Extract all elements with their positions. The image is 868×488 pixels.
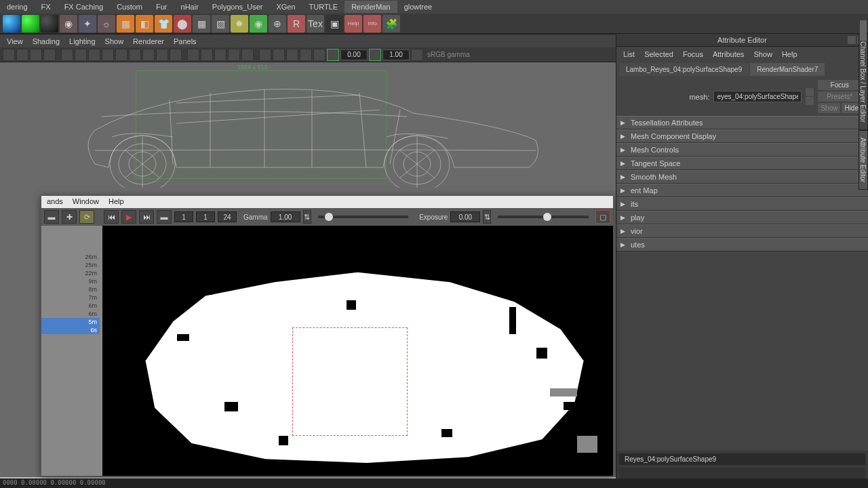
vp-menu-view[interactable]: View [7,37,23,45]
vp-tool-icon[interactable] [61,49,73,61]
vp-tool-icon[interactable] [170,49,182,61]
vp-menu-show[interactable]: Show [105,37,124,45]
vp-tool-icon[interactable] [286,49,298,61]
tool-icon[interactable]: ✦ [79,15,96,33]
presets-button[interactable]: Presets* [818,92,861,102]
playback-play-icon[interactable]: ▶ [121,210,136,224]
attr-section[interactable]: ▶Smooth Mesh [616,170,868,184]
vp-tool-icon[interactable] [313,49,326,61]
vp-tool-icon[interactable] [156,49,168,61]
attr-menu-help[interactable]: Help [782,50,797,58]
attr-section[interactable]: ▶vior [616,224,868,238]
vp-tool-icon[interactable] [214,49,226,61]
vp-tool-icon[interactable] [201,49,213,61]
shelf-tab-fx[interactable]: FX [35,1,58,13]
attr-section[interactable]: ▶Tessellation Attributes [616,116,868,129]
vp-tool-icon[interactable] [115,49,127,61]
tool-icon[interactable]: 👕 [155,15,172,33]
vp-tool-icon[interactable] [369,49,381,61]
stop-button[interactable]: ▬ [157,210,172,224]
render-history-item[interactable]: 6s [41,326,100,334]
tool-icon[interactable]: ◉ [60,15,77,33]
vp-tool-icon[interactable] [88,49,100,61]
vp-num2[interactable] [382,49,410,60]
vp-tool-icon[interactable] [241,49,254,61]
shelf-tab-polygons_user[interactable]: Polygons_User [205,1,270,13]
refresh-button[interactable]: ⟳ [79,210,94,224]
render-history-item[interactable]: 9m [41,277,100,285]
render-history-item[interactable]: 6m [41,310,100,318]
vp-menu-panels[interactable]: Panels [174,37,197,45]
gamma-stepper[interactable]: ⇅ [303,210,311,224]
attr-tab[interactable]: Lambo_Reyes_04:polySurfaceShape9 [619,63,749,76]
tool-icon[interactable]: ✹ [231,15,248,33]
render-history-item[interactable]: 5m [41,318,100,326]
shelf-tab-custom[interactable]: Custom [110,1,149,13]
crop-region[interactable] [292,327,408,436]
vp-tool-icon[interactable] [30,49,42,61]
shelf-tab-glowtree[interactable]: glowtree [397,1,439,13]
shelf-tab-dering[interactable]: dering [0,1,35,13]
attr-section[interactable]: ▶Tangent Space [616,157,868,170]
exposure-stepper[interactable]: ⇅ [483,210,491,224]
tool-icon[interactable]: ▧ [212,15,229,33]
shader-blue-icon[interactable] [3,15,20,33]
shelf-tab-fur[interactable]: Fur [149,1,174,13]
attr-menu-attributes[interactable]: Attributes [713,50,744,58]
gamma-slider[interactable] [318,216,409,218]
vp-num1[interactable] [340,49,368,60]
vp-tool-icon[interactable] [3,49,15,61]
side-tab[interactable]: Attribute Editor [859,130,868,190]
tool-icon[interactable]: ▦ [193,15,210,33]
side-tab[interactable]: Channel Box / Layer Editor [859,34,868,130]
vp-tool-icon[interactable] [16,49,28,61]
tool-icon[interactable]: ▣ [326,15,343,33]
frame-start[interactable] [174,211,193,222]
rw-menu-ands[interactable]: ands [47,197,63,207]
nav-down-icon[interactable] [806,97,814,105]
playback-last-icon[interactable]: ⏭ [139,210,154,224]
tool-icon[interactable]: Info [363,15,381,33]
gamma-value[interactable] [271,211,300,222]
frame-current[interactable] [196,211,215,222]
mesh-name-field[interactable] [713,91,802,102]
attr-section[interactable]: ▶Mesh Controls [616,143,868,157]
render-history-item[interactable]: 7m [41,293,100,302]
tool-icon[interactable]: ☼ [98,15,115,33]
attr-menu-show[interactable]: Show [753,50,772,58]
tool-icon[interactable]: ◉ [250,15,267,33]
vp-tool-icon[interactable] [273,49,285,61]
shelf-tab-renderman[interactable]: RenderMan [344,1,397,13]
shelf-tab-nhair[interactable]: nHair [174,1,205,13]
shader-dark-icon[interactable] [41,15,58,33]
crop-button[interactable]: ▢ [595,210,610,224]
attr-section[interactable]: ▶its [616,197,868,211]
render-history-item[interactable]: 25m [41,261,100,269]
render-history-item[interactable]: 22m [41,269,100,277]
attr-section[interactable]: ▶play [616,211,868,224]
attr-menu-focus[interactable]: Focus [683,50,703,58]
dock-icon[interactable] [848,36,856,44]
tool-icon[interactable]: Tex [307,15,324,33]
tool-icon[interactable]: Help [344,15,362,33]
shelf-tab-fx caching[interactable]: FX Caching [58,1,110,13]
vp-tool-icon[interactable] [327,49,339,61]
attr-menu-list[interactable]: List [623,50,635,58]
vp-tool-icon[interactable] [75,49,87,61]
show-button[interactable]: Show [818,103,840,113]
tool-icon[interactable]: R [288,15,305,33]
vp-tool-icon[interactable] [43,49,56,61]
vp-tool-icon[interactable] [259,49,271,61]
attr-menu-selected[interactable]: Selected [644,50,673,58]
vp-menu-shading[interactable]: Shading [33,37,60,45]
render-canvas[interactable] [102,226,613,476]
render-history-item[interactable]: 8m [41,285,100,293]
exposure-value[interactable] [450,211,480,222]
shelf-tab-xgen[interactable]: XGen [269,1,302,13]
rw-menu-help[interactable]: Help [108,197,124,207]
frame-end[interactable] [218,211,237,222]
vp-tool-icon[interactable] [187,49,199,61]
scroll-handle[interactable] [860,20,867,41]
tool-icon[interactable]: ▦ [117,15,134,33]
tool-icon[interactable]: 🧩 [382,15,400,33]
